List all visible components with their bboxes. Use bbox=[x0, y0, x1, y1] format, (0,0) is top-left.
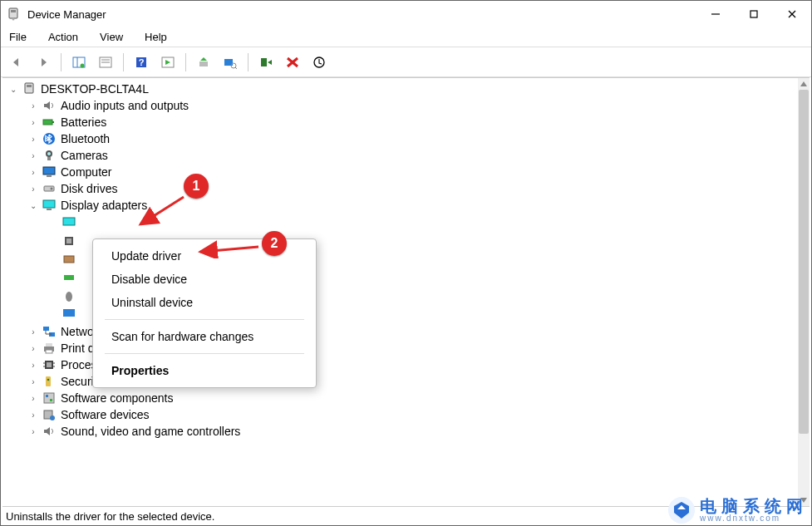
svg-point-2 bbox=[12, 18, 15, 21]
chevron-right-icon[interactable]: › bbox=[27, 327, 39, 337]
chevron-right-icon[interactable]: › bbox=[27, 427, 39, 436]
battery-icon bbox=[42, 116, 56, 129]
svg-rect-60 bbox=[44, 393, 54, 403]
svg-line-19 bbox=[235, 67, 237, 69]
category-label: Cameras bbox=[59, 149, 110, 162]
svg-rect-42 bbox=[64, 275, 74, 280]
menu-file[interactable]: File bbox=[6, 29, 30, 45]
network-icon bbox=[42, 325, 56, 338]
category-bluetooth[interactable]: › Bluetooth bbox=[22, 130, 798, 147]
properties-button[interactable] bbox=[93, 51, 118, 74]
category-label: Disk drives bbox=[59, 182, 119, 195]
window-title: Device Manager bbox=[27, 8, 696, 21]
bluetooth-icon bbox=[42, 132, 56, 145]
category-sound[interactable]: › Sound, video and game controllers bbox=[22, 423, 798, 440]
minimize-button[interactable] bbox=[696, 1, 735, 27]
forward-button[interactable] bbox=[31, 51, 56, 74]
titlebar: Device Manager bbox=[1, 1, 811, 27]
svg-rect-37 bbox=[47, 209, 52, 210]
chevron-right-icon[interactable]: › bbox=[27, 344, 39, 353]
category-label: Audio inputs and outputs bbox=[59, 99, 190, 112]
annotation-callout-2: 2 bbox=[262, 231, 287, 256]
chevron-right-icon[interactable]: › bbox=[27, 184, 39, 194]
svg-rect-4 bbox=[750, 11, 757, 17]
chevron-right-icon[interactable]: › bbox=[27, 394, 39, 403]
cm-disable-device[interactable]: Disable device bbox=[93, 268, 316, 291]
vertical-scrollbar[interactable] bbox=[798, 78, 810, 506]
update-driver-button[interactable] bbox=[191, 51, 216, 74]
svg-line-66 bbox=[200, 247, 258, 252]
category-batteries[interactable]: › Batteries bbox=[22, 114, 798, 130]
svg-rect-45 bbox=[43, 327, 49, 331]
root-node[interactable]: ⌄ DESKTOP-BCLTA4L bbox=[2, 81, 798, 97]
menu-help[interactable]: Help bbox=[141, 29, 170, 45]
disable-device-button[interactable] bbox=[307, 51, 332, 74]
close-button[interactable] bbox=[773, 1, 811, 27]
svg-rect-58 bbox=[46, 376, 51, 386]
scan-hardware-button[interactable] bbox=[218, 51, 243, 74]
adapter-icon bbox=[62, 271, 76, 284]
action-button[interactable] bbox=[155, 51, 180, 74]
svg-rect-38 bbox=[63, 218, 75, 225]
svg-rect-27 bbox=[52, 121, 54, 123]
show-hide-console-tree-button[interactable] bbox=[66, 51, 91, 74]
cm-uninstall-device[interactable]: Uninstall device bbox=[93, 291, 316, 314]
category-software-devices[interactable]: › Software devices bbox=[22, 406, 798, 423]
cm-scan-hardware[interactable]: Scan for hardware changes bbox=[93, 325, 316, 348]
svg-rect-25 bbox=[27, 85, 32, 87]
svg-rect-31 bbox=[47, 157, 51, 160]
category-software-components[interactable]: › Software components bbox=[22, 390, 798, 406]
svg-rect-61 bbox=[46, 395, 48, 397]
chevron-right-icon[interactable]: › bbox=[27, 168, 39, 177]
svg-rect-26 bbox=[43, 120, 52, 125]
svg-point-9 bbox=[81, 63, 85, 67]
chevron-right-icon[interactable]: › bbox=[27, 151, 39, 160]
status-text: Uninstalls the driver for the selected d… bbox=[6, 510, 214, 523]
menu-view[interactable]: View bbox=[96, 29, 126, 45]
security-icon bbox=[42, 375, 56, 388]
card-icon bbox=[62, 253, 76, 266]
chevron-right-icon[interactable]: › bbox=[27, 410, 39, 420]
uninstall-device-button[interactable] bbox=[280, 51, 305, 74]
svg-rect-40 bbox=[66, 238, 71, 243]
scroll-up-icon[interactable] bbox=[798, 78, 810, 90]
scroll-track[interactable] bbox=[798, 90, 810, 494]
chevron-right-icon[interactable]: › bbox=[27, 361, 39, 370]
chevron-right-icon[interactable]: › bbox=[27, 377, 39, 386]
svg-text:?: ? bbox=[139, 57, 145, 67]
app-icon bbox=[6, 7, 21, 22]
svg-point-35 bbox=[51, 188, 53, 190]
category-computer[interactable]: › Computer bbox=[22, 164, 798, 180]
enable-device-button[interactable] bbox=[253, 51, 278, 74]
mouse-icon bbox=[62, 289, 76, 302]
speaker-icon bbox=[42, 99, 56, 112]
chevron-down-icon[interactable]: ⌄ bbox=[27, 201, 39, 210]
category-label: Sound, video and game controllers bbox=[59, 425, 242, 438]
maximize-button[interactable] bbox=[735, 1, 773, 27]
menu-action[interactable]: Action bbox=[45, 29, 81, 45]
annotation-arrow-1 bbox=[134, 193, 192, 234]
toolbar-separator bbox=[248, 53, 249, 71]
cpu-icon bbox=[42, 358, 56, 371]
sound-icon bbox=[42, 425, 56, 438]
watermark: 电脑系统网 www.dnxtw.com bbox=[668, 497, 808, 524]
component-icon bbox=[42, 391, 56, 405]
chevron-down-icon[interactable]: ⌄ bbox=[7, 85, 19, 94]
display-adapter-icon bbox=[62, 216, 76, 229]
cm-properties[interactable]: Properties bbox=[93, 359, 316, 382]
category-label: Software components bbox=[59, 391, 175, 405]
help-button[interactable]: ? bbox=[129, 51, 154, 74]
category-label: Bluetooth bbox=[59, 132, 111, 145]
chevron-right-icon[interactable]: › bbox=[27, 135, 39, 144]
category-audio[interactable]: › Audio inputs and outputs bbox=[22, 97, 798, 114]
window-controls bbox=[696, 1, 811, 27]
svg-rect-1 bbox=[11, 10, 16, 12]
scroll-thumb[interactable] bbox=[799, 90, 809, 434]
svg-point-64 bbox=[50, 415, 55, 420]
software-device-icon bbox=[42, 408, 56, 421]
back-button[interactable] bbox=[4, 51, 29, 74]
watermark-text: 电脑系统网 www.dnxtw.com bbox=[700, 498, 808, 523]
chevron-right-icon[interactable]: › bbox=[27, 101, 39, 111]
category-cameras[interactable]: › Cameras bbox=[22, 147, 798, 164]
chevron-right-icon[interactable]: › bbox=[27, 118, 39, 127]
